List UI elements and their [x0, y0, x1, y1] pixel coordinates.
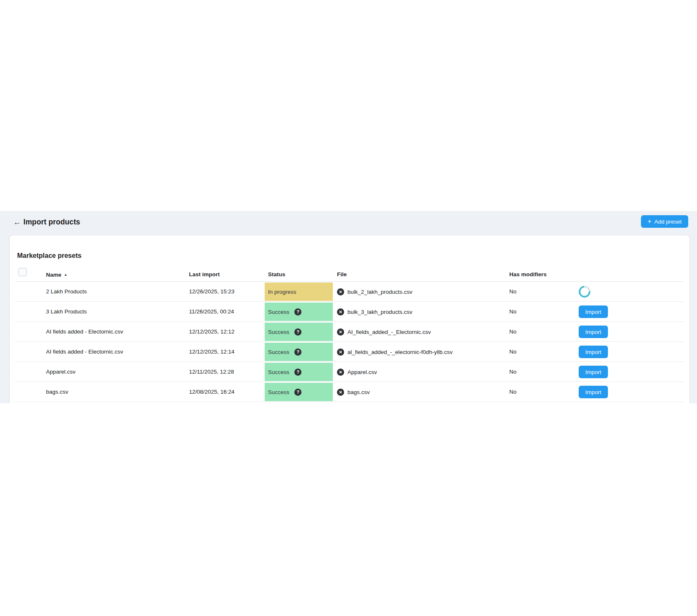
- card-title: Marketplace presets: [17, 252, 82, 260]
- status-label: Success: [268, 309, 289, 315]
- column-header-last-import: Last import: [189, 268, 220, 281]
- has-modifiers-value: No: [509, 282, 516, 302]
- preset-name: 3 Lakh Products: [46, 302, 87, 322]
- page: ← Import products + Add preset Marketpla…: [0, 0, 697, 616]
- column-header-name-label: Name: [46, 272, 61, 278]
- status-label: Success: [268, 329, 289, 335]
- import-button[interactable]: Import: [579, 305, 608, 318]
- page-title: Import products: [23, 218, 80, 227]
- preset-name: AI fields added - Electornic.csv: [46, 342, 123, 362]
- last-import-date: 12/11/2025, 12:28: [189, 362, 234, 382]
- sort-ascending-icon: ▲: [64, 272, 67, 277]
- import-button[interactable]: Import: [579, 326, 608, 338]
- remove-file-icon[interactable]: ✕: [337, 328, 344, 336]
- has-modifiers-value: No: [509, 302, 516, 322]
- last-import-date: 12/08/2025, 16:24: [189, 382, 235, 402]
- remove-file-icon[interactable]: ✕: [337, 369, 344, 376]
- remove-file-icon[interactable]: ✕: [337, 288, 344, 295]
- status-badge: Success ?: [265, 383, 333, 401]
- status-badge: In progress: [265, 283, 333, 301]
- preset-name: bags.csv: [46, 382, 68, 402]
- status-label: Success: [268, 369, 289, 375]
- status-help-icon[interactable]: ?: [294, 369, 301, 376]
- remove-file-icon[interactable]: ✕: [337, 389, 344, 396]
- table-body: 2 Lakh Products 12/26/2025, 15:23 In pro…: [15, 282, 684, 402]
- remove-file-icon[interactable]: ✕: [337, 308, 344, 316]
- file-cell: ✕ bags.csv: [337, 382, 370, 402]
- add-preset-label: Add preset: [654, 219, 682, 225]
- status-label: Success: [268, 349, 289, 355]
- has-modifiers-value: No: [509, 362, 516, 382]
- file-name: Apparel.csv: [347, 369, 377, 375]
- has-modifiers-value: No: [509, 322, 516, 342]
- status-help-icon[interactable]: ?: [294, 349, 301, 356]
- table-row: 2 Lakh Products 12/26/2025, 15:23 In pro…: [15, 282, 684, 302]
- status-label: In progress: [268, 289, 296, 295]
- import-button[interactable]: Import: [579, 386, 608, 398]
- has-modifiers-value: No: [509, 382, 516, 402]
- file-name: al_fields_added_-_electornic-f0dh-yllb.c…: [347, 349, 452, 355]
- select-all-checkbox[interactable]: [18, 268, 27, 276]
- status-help-icon[interactable]: ?: [294, 389, 301, 396]
- has-modifiers-value: No: [509, 342, 516, 362]
- table-row: AI fields added - Electornic.csv 12/12/2…: [15, 322, 684, 342]
- status-help-icon[interactable]: ?: [294, 308, 301, 316]
- column-header-file: File: [337, 268, 347, 281]
- marketplace-presets-card: Marketplace presets Name▲ Last import St…: [9, 235, 690, 403]
- status-help-icon[interactable]: ?: [294, 328, 301, 336]
- table-row: AI fields added - Electornic.csv 12/12/2…: [15, 342, 684, 362]
- preset-name: 2 Lakh Products: [46, 282, 87, 302]
- import-button[interactable]: Import: [579, 366, 608, 378]
- last-import-date: 12/12/2025, 12:14: [189, 342, 235, 362]
- file-cell: ✕ Apparel.csv: [337, 362, 377, 382]
- column-header-has-modifiers: Has modifiers: [509, 268, 546, 281]
- table-row: Apparel.csv 12/11/2025, 12:28 Success ? …: [15, 362, 684, 382]
- loading-spinner-icon: [576, 283, 592, 300]
- table-row: 3 Lakh Products 11/26/2025, 00:24 Succes…: [15, 302, 684, 322]
- last-import-date: 12/26/2025, 15:23: [189, 282, 235, 302]
- file-cell: ✕ al_fields_added_-_electornic-f0dh-yllb…: [337, 342, 452, 362]
- table-header-row: Name▲ Last import Status File Has modifi…: [15, 268, 684, 282]
- status-badge: Success ?: [265, 343, 333, 361]
- remove-file-icon[interactable]: ✕: [337, 349, 344, 356]
- column-header-name[interactable]: Name▲: [46, 268, 67, 282]
- status-badge: Success ?: [265, 303, 333, 321]
- last-import-date: 12/12/2025, 12:12: [189, 322, 235, 342]
- plus-icon: +: [648, 218, 651, 225]
- back-arrow-icon[interactable]: ←: [12, 216, 23, 228]
- file-name: bulk_3_lakh_products.csv: [347, 309, 412, 315]
- column-header-status: Status: [268, 268, 285, 281]
- preset-name: AI fields added - Electornic.csv: [46, 322, 123, 342]
- file-name: bags.csv: [347, 389, 370, 395]
- preset-name: Apparel.csv: [46, 362, 76, 382]
- table-row: bags.csv 12/08/2025, 16:24 Success ? ✕ b…: [15, 382, 684, 402]
- add-preset-button[interactable]: + Add preset: [641, 215, 688, 228]
- status-badge: Success ?: [265, 323, 333, 341]
- status-badge: Success ?: [265, 363, 333, 381]
- import-button[interactable]: Import: [579, 346, 608, 358]
- file-name: AI_fields_added_-_Electornic.csv: [347, 329, 431, 335]
- file-cell: ✕ AI_fields_added_-_Electornic.csv: [337, 322, 431, 342]
- file-cell: ✕ bulk_3_lakh_products.csv: [337, 302, 412, 322]
- file-name: bulk_2_lakh_products.csv: [347, 289, 412, 295]
- status-label: Success: [268, 389, 289, 395]
- last-import-date: 11/26/2025, 00:24: [189, 302, 234, 322]
- file-cell: ✕ bulk_2_lakh_products.csv: [337, 282, 412, 302]
